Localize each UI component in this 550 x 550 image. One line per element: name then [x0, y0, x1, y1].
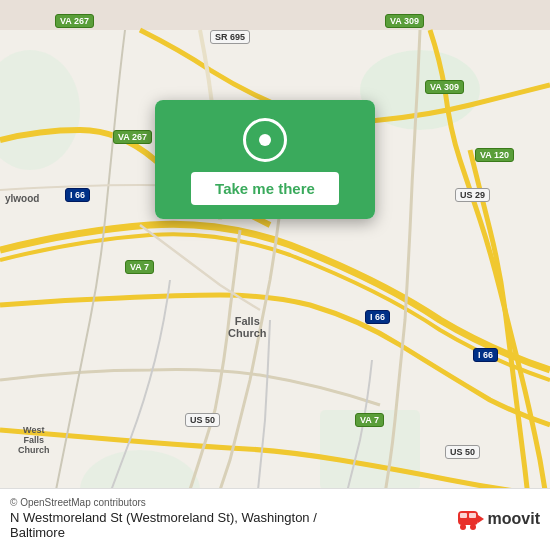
map-container: VA 267 VA 267 SR 695 VA 309 VA 309 I 66 …	[0, 0, 550, 550]
take-me-there-button[interactable]: Take me there	[191, 172, 339, 205]
location-pin	[243, 118, 287, 162]
road-badge-va309-mid: VA 309	[425, 80, 464, 94]
svg-point-6	[460, 524, 466, 530]
svg-rect-8	[460, 513, 467, 518]
popup-card: Take me there	[155, 100, 375, 219]
road-badge-va309-top: VA 309	[385, 14, 424, 28]
road-badge-i66-left: I 66	[65, 188, 90, 202]
road-badge-va267-top: VA 267	[55, 14, 94, 28]
road-badge-va120: VA 120	[475, 148, 514, 162]
svg-point-7	[470, 524, 476, 530]
road-badge-us50-right: US 50	[445, 445, 480, 459]
bottom-info: © OpenStreetMap contributors N Westmorel…	[10, 497, 317, 540]
bottom-bar: © OpenStreetMap contributors N Westmorel…	[0, 488, 550, 550]
place-label-falls-church: FallsChurch	[228, 315, 267, 339]
road-badge-us29: US 29	[455, 188, 490, 202]
address-text: N Westmoreland St (Westmoreland St), Was…	[10, 510, 317, 540]
svg-marker-10	[478, 515, 484, 523]
svg-rect-9	[469, 513, 476, 518]
road-badge-i66-mid: I 66	[365, 310, 390, 324]
popup-green-area: Take me there	[155, 100, 375, 219]
moovit-icon	[456, 505, 484, 533]
map-roads	[0, 0, 550, 550]
road-badge-us50-left: US 50	[185, 413, 220, 427]
road-badge-va7-right: VA 7	[355, 413, 384, 427]
road-badge-va7-left: VA 7	[125, 260, 154, 274]
moovit-logo: moovit	[456, 505, 540, 533]
place-label-ylwood: ylwood	[5, 193, 39, 204]
road-badge-i66-right: I 66	[473, 348, 498, 362]
place-label-west-falls-church: WestFallsChurch	[18, 425, 50, 455]
road-badge-sr695: SR 695	[210, 30, 250, 44]
road-badge-va267-mid: VA 267	[113, 130, 152, 144]
moovit-text: moovit	[488, 510, 540, 528]
attribution-text: © OpenStreetMap contributors	[10, 497, 317, 508]
